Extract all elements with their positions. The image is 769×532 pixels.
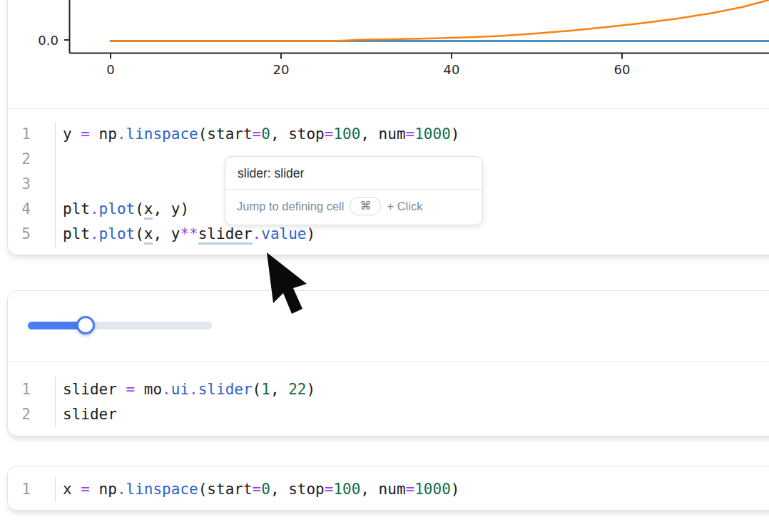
cross-cell-variable[interactable]: slider: [198, 225, 253, 245]
code-token[interactable]: ): [306, 225, 315, 242]
line-number: 2: [8, 402, 56, 427]
code-text[interactable]: slider: [56, 402, 117, 427]
code-token[interactable]: mo: [135, 381, 162, 398]
code-token[interactable]: , y: [153, 225, 180, 242]
tooltip-variable-name: slider: slider: [225, 157, 482, 189]
code-token[interactable]: ,: [270, 381, 288, 398]
code-token[interactable]: ): [451, 126, 460, 143]
code-token[interactable]: 1000: [414, 481, 451, 498]
code-line[interactable]: 1y = np.linspace(start=0, stop=100, num=…: [8, 122, 769, 147]
code-token[interactable]: =: [406, 126, 415, 143]
code-token[interactable]: 22: [288, 381, 306, 398]
code-token[interactable]: .: [90, 225, 99, 242]
code-line[interactable]: 1x = np.linspace(start=0, stop=100, num=…: [8, 477, 769, 502]
code-text[interactable]: x = np.linspace(start=0, stop=100, num=1…: [56, 477, 459, 502]
code-token[interactable]: =: [325, 481, 334, 498]
code-token[interactable]: linspace: [126, 126, 198, 143]
code-token[interactable]: np: [90, 126, 117, 143]
code-token[interactable]: =: [81, 126, 90, 143]
code-token[interactable]: , num: [360, 126, 405, 143]
line-number: 5: [8, 222, 56, 247]
code-token[interactable]: **: [180, 225, 198, 242]
code-token[interactable]: linspace: [126, 481, 198, 498]
code-token[interactable]: =: [81, 481, 90, 498]
x-tick-label: 60: [614, 62, 631, 77]
code-text[interactable]: plt.plot(x, y): [56, 197, 189, 222]
code-token[interactable]: (: [253, 381, 262, 398]
code-token[interactable]: np: [90, 481, 117, 498]
mouse-cursor-icon: [264, 250, 314, 321]
code-line[interactable]: 1slider = mo.ui.slider(1, 22): [8, 377, 769, 402]
code-token[interactable]: , y): [153, 200, 189, 218]
code-token[interactable]: 0: [261, 481, 270, 498]
code-token[interactable]: (start: [198, 126, 253, 143]
code-token[interactable]: , stop: [270, 481, 325, 498]
slider-thumb[interactable]: [76, 316, 95, 334]
code-token[interactable]: plt: [63, 200, 90, 218]
slider-output: [8, 291, 769, 362]
code-token[interactable]: plot: [99, 200, 136, 218]
code-token[interactable]: , num: [360, 481, 405, 498]
code-text[interactable]: slider = mo.ui.slider(1, 22): [56, 377, 315, 402]
plot-data-layer: 02040600.0: [38, 0, 769, 77]
code-token[interactable]: .: [189, 381, 198, 398]
code-text[interactable]: [56, 147, 63, 172]
code-text[interactable]: plt.plot(x, y**slider.value): [56, 222, 315, 247]
tooltip-action-row: Jump to defining cell ⌘ + Click: [225, 190, 482, 225]
code-token[interactable]: x: [63, 481, 81, 498]
code-token[interactable]: , stop: [270, 126, 325, 143]
line-number: 1: [8, 477, 56, 502]
code-editor[interactable]: 1slider = mo.ui.slider(1, 22)2slider: [8, 362, 769, 427]
slider-track[interactable]: [28, 322, 212, 329]
code-token[interactable]: .: [117, 126, 126, 143]
code-token[interactable]: =: [253, 126, 262, 143]
matplotlib-output: 02040600.0: [8, 0, 769, 109]
code-text[interactable]: y = np.linspace(start=0, stop=100, num=1…: [56, 122, 459, 147]
code-token[interactable]: value: [261, 225, 306, 242]
code-token[interactable]: =: [406, 481, 415, 498]
code-token[interactable]: plot: [99, 225, 136, 242]
x-tick-label: 20: [273, 62, 290, 77]
plot-line: [111, 0, 769, 41]
code-token[interactable]: ui: [171, 381, 189, 398]
code-token[interactable]: slider: [63, 406, 117, 423]
code-token[interactable]: .: [117, 481, 126, 498]
code-token[interactable]: slider: [63, 381, 126, 398]
line-number: 1: [8, 377, 56, 402]
cell-slider[interactable]: 1slider = mo.ui.slider(1, 22)2slider: [7, 290, 769, 436]
code-token[interactable]: =: [126, 381, 136, 398]
code-token[interactable]: .: [162, 381, 171, 398]
code-token[interactable]: (: [135, 200, 144, 218]
code-editor[interactable]: 1x = np.linspace(start=0, stop=100, num=…: [8, 466, 769, 502]
code-token[interactable]: y: [63, 126, 81, 143]
code-token[interactable]: 0: [261, 126, 270, 143]
tooltip-action-label: Jump to defining cell: [237, 200, 344, 213]
code-token[interactable]: (: [135, 225, 144, 242]
code-token[interactable]: 1000: [414, 126, 451, 143]
code-text[interactable]: [56, 172, 63, 197]
line-number: 2: [8, 147, 56, 172]
code-token[interactable]: 1: [261, 381, 270, 398]
variable-tooltip: slider: slider Jump to defining cell ⌘ +…: [225, 156, 483, 225]
cell-x-definition[interactable]: 1x = np.linspace(start=0, stop=100, num=…: [7, 466, 769, 511]
code-token[interactable]: =: [253, 481, 262, 498]
code-token[interactable]: 100: [333, 481, 360, 498]
x-tick-label: 40: [444, 62, 460, 77]
cross-cell-variable[interactable]: x: [144, 225, 153, 245]
line-number: 3: [8, 172, 56, 197]
x-tick-label: 0: [106, 62, 114, 77]
code-token[interactable]: .: [253, 225, 262, 242]
cross-cell-variable[interactable]: x: [144, 200, 153, 220]
code-token[interactable]: slider: [198, 381, 253, 398]
code-token[interactable]: 100: [333, 126, 360, 143]
y-tick-label: 0.0: [38, 33, 58, 48]
code-token[interactable]: ): [306, 381, 315, 398]
code-token[interactable]: (start: [198, 481, 253, 498]
code-token[interactable]: .: [90, 200, 99, 218]
code-token[interactable]: ): [451, 481, 460, 498]
line-number: 1: [8, 122, 56, 147]
code-line[interactable]: 5plt.plot(x, y**slider.value): [8, 222, 769, 247]
code-line[interactable]: 2slider: [8, 402, 769, 427]
code-token[interactable]: =: [325, 126, 334, 143]
code-token[interactable]: plt: [63, 225, 90, 242]
